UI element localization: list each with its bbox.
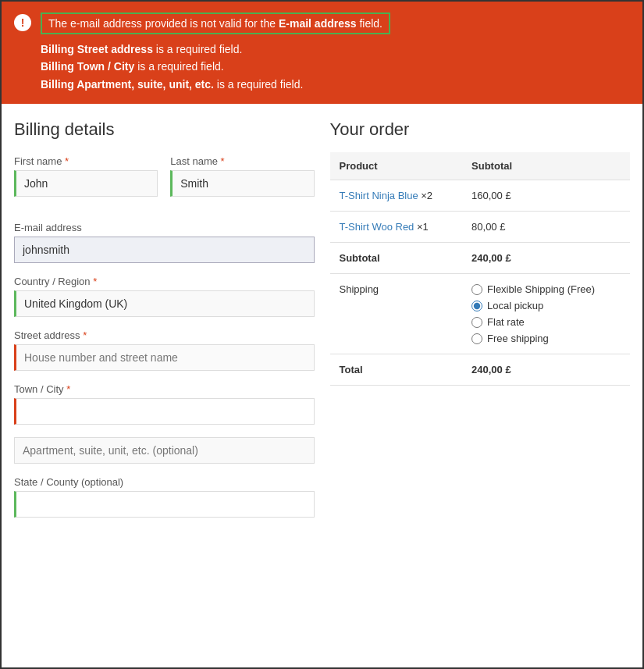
shipping-radio-local[interactable] [471, 301, 482, 311]
country-select[interactable]: United Kingdom (UK) [14, 290, 315, 317]
error-messages: The e-mail address provided is not valid… [41, 12, 630, 93]
main-content: Billing details First name * Last name *… [2, 104, 642, 546]
last-name-group: Last name * [170, 155, 314, 197]
email-input[interactable] [14, 237, 315, 263]
product-price-2: 80,00 £ [462, 212, 630, 243]
last-name-required: * [221, 155, 225, 167]
apt-input[interactable] [14, 437, 315, 464]
shipping-label-local: Local pickup [487, 300, 543, 311]
last-name-label: Last name * [170, 155, 314, 167]
shipping-option-flexible[interactable]: Flexible Shipping (Free) [471, 283, 621, 295]
state-input[interactable] [14, 491, 315, 518]
col-subtotal: Subtotal [462, 152, 630, 180]
email-error-text-start: The e-mail address provided is not valid… [48, 17, 279, 30]
email-error-field-name: E-mail address [279, 17, 357, 30]
product-price-1: 160,00 £ [462, 180, 630, 212]
subtotal-value: 240,00 £ [462, 243, 630, 274]
town-required: * [66, 383, 70, 395]
shipping-label-free: Free shipping [487, 333, 549, 344]
table-row: T-Shirt Woo Red ×1 80,00 £ [330, 212, 631, 243]
shipping-radio-flexible[interactable] [471, 284, 482, 295]
subtotal-row: Subtotal 240,00 £ [330, 243, 631, 274]
shipping-option-free[interactable]: Free shipping [471, 333, 621, 344]
street-input[interactable] [14, 344, 315, 371]
shipping-radio-free[interactable] [471, 333, 482, 344]
first-name-group: First name * [14, 155, 158, 197]
last-name-input[interactable] [170, 170, 314, 197]
street-required: * [83, 329, 87, 341]
total-row: Total 240,00 £ [330, 354, 631, 386]
subtotal-label: Subtotal [330, 243, 463, 274]
shipping-option-local[interactable]: Local pickup [471, 300, 621, 311]
billing-section: Billing details First name * Last name *… [14, 119, 315, 530]
shipping-option-flat[interactable]: Flat rate [471, 316, 621, 328]
town-label: Town / City * [14, 383, 315, 395]
apt-group [14, 437, 315, 464]
email-label: E-mail address [14, 222, 315, 233]
product-name-1: T-Shirt Ninja Blue ×2 [330, 180, 463, 212]
town-group: Town / City * [14, 383, 315, 425]
first-name-required: * [65, 155, 69, 167]
name-row: First name * Last name * [14, 155, 315, 209]
error-icon: ! [14, 14, 31, 31]
col-product: Product [330, 152, 463, 180]
shipping-label-flat: Flat rate [487, 316, 525, 328]
total-value: 240,00 £ [462, 354, 630, 386]
first-name-label: First name * [14, 155, 158, 167]
shipping-label-flexible: Flexible Shipping (Free) [487, 283, 595, 295]
street-label: Street address * [14, 329, 315, 341]
country-label: Country / Region * [14, 276, 315, 287]
country-required: * [93, 276, 97, 287]
state-group: State / County (optional) [14, 476, 315, 518]
billing-title: Billing details [14, 119, 315, 140]
street-group: Street address * [14, 329, 315, 371]
town-error-message: Billing Town / City is a required field. [41, 58, 630, 75]
apt-error-message: Billing Apartment, suite, unit, etc. is … [41, 76, 630, 93]
product-name-2: T-Shirt Woo Red ×1 [330, 212, 463, 243]
order-table: Product Subtotal T-Shirt Ninja Blue ×2 1… [330, 152, 631, 386]
shipping-options: Flexible Shipping (Free) Local pickup Fl… [471, 283, 621, 344]
shipping-label: Shipping [330, 274, 463, 354]
error-banner: ! The e-mail address provided is not val… [2, 2, 642, 104]
shipping-options-cell: Flexible Shipping (Free) Local pickup Fl… [462, 274, 630, 354]
email-error-message: The e-mail address provided is not valid… [41, 12, 390, 34]
email-error-text-end: field. [357, 17, 382, 30]
state-label: State / County (optional) [14, 476, 315, 488]
order-table-header: Product Subtotal [330, 152, 631, 180]
order-title: Your order [330, 119, 631, 140]
email-group: E-mail address [14, 222, 315, 263]
shipping-row: Shipping Flexible Shipping (Free) Local … [330, 274, 631, 354]
street-error-message: Billing Street address is a required fie… [41, 41, 630, 58]
town-input[interactable] [14, 398, 315, 425]
shipping-radio-flat[interactable] [471, 317, 482, 328]
first-name-input[interactable] [14, 170, 158, 197]
total-label: Total [330, 354, 463, 386]
country-group: Country / Region * United Kingdom (UK) [14, 276, 315, 317]
order-section: Your order Product Subtotal T-Shirt Ninj… [330, 119, 631, 530]
table-row: T-Shirt Ninja Blue ×2 160,00 £ [330, 180, 631, 212]
